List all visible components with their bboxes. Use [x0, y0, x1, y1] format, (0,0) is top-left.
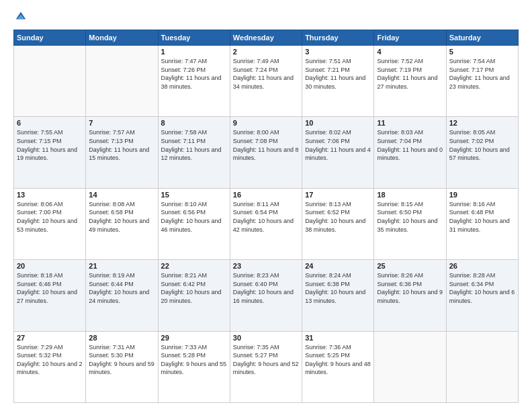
day-info: Sunrise: 8:02 AMSunset: 7:06 PMDaylight:… — [305, 128, 371, 162]
day-info: Sunrise: 8:00 AMSunset: 7:08 PMDaylight:… — [233, 128, 299, 162]
calendar-cell: 6Sunrise: 7:55 AMSunset: 7:15 PMDaylight… — [14, 117, 86, 188]
day-number: 7 — [89, 119, 154, 127]
calendar-cell: 31Sunrise: 7:36 AMSunset: 5:25 PMDayligh… — [302, 331, 374, 402]
logo-icon — [15, 11, 27, 23]
day-number: 3 — [305, 48, 371, 56]
day-info: Sunrise: 7:54 AMSunset: 7:17 PMDaylight:… — [449, 57, 515, 91]
calendar-cell: 7Sunrise: 7:57 AMSunset: 7:13 PMDaylight… — [86, 117, 158, 188]
calendar-cell: 30Sunrise: 7:35 AMSunset: 5:27 PMDayligh… — [230, 331, 302, 402]
day-info: Sunrise: 8:23 AMSunset: 6:40 PMDaylight:… — [233, 271, 299, 305]
weekday-header-thursday: Thursday — [302, 30, 374, 46]
day-number: 5 — [449, 48, 515, 56]
day-number: 29 — [161, 334, 227, 342]
calendar-cell — [446, 331, 518, 402]
day-number: 22 — [161, 262, 227, 270]
day-number: 30 — [233, 334, 299, 342]
day-number: 16 — [233, 191, 299, 199]
day-info: Sunrise: 7:47 AMSunset: 7:26 PMDaylight:… — [161, 57, 227, 91]
calendar-cell: 9Sunrise: 8:00 AMSunset: 7:08 PMDaylight… — [230, 117, 302, 188]
day-info: Sunrise: 7:31 AMSunset: 5:30 PMDaylight:… — [89, 343, 154, 377]
calendar-cell: 15Sunrise: 8:10 AMSunset: 6:56 PMDayligh… — [158, 188, 230, 259]
day-number: 14 — [89, 191, 154, 199]
calendar-week-2: 6Sunrise: 7:55 AMSunset: 7:15 PMDaylight… — [14, 117, 519, 188]
day-number: 4 — [377, 48, 443, 56]
logo — [13, 11, 27, 23]
day-info: Sunrise: 8:05 AMSunset: 7:02 PMDaylight:… — [449, 128, 515, 162]
calendar-cell: 22Sunrise: 8:21 AMSunset: 6:42 PMDayligh… — [158, 260, 230, 331]
day-info: Sunrise: 8:08 AMSunset: 6:58 PMDaylight:… — [89, 200, 154, 234]
day-info: Sunrise: 8:10 AMSunset: 6:56 PMDaylight:… — [161, 200, 227, 234]
calendar-cell: 4Sunrise: 7:52 AMSunset: 7:19 PMDaylight… — [374, 46, 446, 117]
calendar-cell: 24Sunrise: 8:24 AMSunset: 6:38 PMDayligh… — [302, 260, 374, 331]
calendar-cell: 25Sunrise: 8:26 AMSunset: 6:36 PMDayligh… — [374, 260, 446, 331]
day-number: 28 — [89, 334, 154, 342]
calendar-cell: 21Sunrise: 8:19 AMSunset: 6:44 PMDayligh… — [86, 260, 158, 331]
weekday-header-sunday: Sunday — [14, 30, 86, 46]
calendar-cell — [374, 331, 446, 402]
day-info: Sunrise: 8:06 AMSunset: 7:00 PMDaylight:… — [17, 200, 83, 234]
day-info: Sunrise: 7:29 AMSunset: 5:32 PMDaylight:… — [17, 343, 83, 377]
calendar-cell: 20Sunrise: 8:18 AMSunset: 6:46 PMDayligh… — [14, 260, 86, 331]
day-number: 2 — [233, 48, 299, 56]
day-number: 11 — [377, 119, 443, 127]
calendar-cell: 19Sunrise: 8:16 AMSunset: 6:48 PMDayligh… — [446, 188, 518, 259]
calendar-week-4: 20Sunrise: 8:18 AMSunset: 6:46 PMDayligh… — [14, 260, 519, 331]
weekday-header-friday: Friday — [374, 30, 446, 46]
day-info: Sunrise: 7:58 AMSunset: 7:11 PMDaylight:… — [161, 128, 227, 162]
calendar-week-1: 1Sunrise: 7:47 AMSunset: 7:26 PMDaylight… — [14, 46, 519, 117]
header — [13, 11, 519, 23]
calendar-cell: 28Sunrise: 7:31 AMSunset: 5:30 PMDayligh… — [86, 331, 158, 402]
day-info: Sunrise: 8:15 AMSunset: 6:50 PMDaylight:… — [377, 200, 443, 234]
day-info: Sunrise: 7:55 AMSunset: 7:15 PMDaylight:… — [17, 128, 83, 162]
calendar-cell: 13Sunrise: 8:06 AMSunset: 7:00 PMDayligh… — [14, 188, 86, 259]
calendar-cell: 2Sunrise: 7:49 AMSunset: 7:24 PMDaylight… — [230, 46, 302, 117]
day-number: 17 — [305, 191, 371, 199]
weekday-header-row: SundayMondayTuesdayWednesdayThursdayFrid… — [14, 30, 519, 46]
calendar-cell: 8Sunrise: 7:58 AMSunset: 7:11 PMDaylight… — [158, 117, 230, 188]
calendar-cell: 23Sunrise: 8:23 AMSunset: 6:40 PMDayligh… — [230, 260, 302, 331]
day-info: Sunrise: 8:18 AMSunset: 6:46 PMDaylight:… — [17, 271, 83, 305]
day-number: 13 — [17, 191, 83, 199]
calendar-cell: 16Sunrise: 8:11 AMSunset: 6:54 PMDayligh… — [230, 188, 302, 259]
weekday-header-wednesday: Wednesday — [230, 30, 302, 46]
calendar: SundayMondayTuesdayWednesdayThursdayFrid… — [13, 30, 519, 403]
day-info: Sunrise: 7:33 AMSunset: 5:28 PMDaylight:… — [161, 343, 227, 377]
day-number: 27 — [17, 334, 83, 342]
day-number: 12 — [449, 119, 515, 127]
day-info: Sunrise: 7:57 AMSunset: 7:13 PMDaylight:… — [89, 128, 154, 162]
day-number: 10 — [305, 119, 371, 127]
weekday-header-tuesday: Tuesday — [158, 30, 230, 46]
day-info: Sunrise: 8:19 AMSunset: 6:44 PMDaylight:… — [89, 271, 154, 305]
day-number: 31 — [305, 334, 371, 342]
day-number: 20 — [17, 262, 83, 270]
day-number: 9 — [233, 119, 299, 127]
calendar-cell: 1Sunrise: 7:47 AMSunset: 7:26 PMDaylight… — [158, 46, 230, 117]
day-number: 6 — [17, 119, 83, 127]
day-info: Sunrise: 7:36 AMSunset: 5:25 PMDaylight:… — [305, 343, 371, 377]
calendar-cell: 27Sunrise: 7:29 AMSunset: 5:32 PMDayligh… — [14, 331, 86, 402]
day-info: Sunrise: 8:21 AMSunset: 6:42 PMDaylight:… — [161, 271, 227, 305]
calendar-cell: 12Sunrise: 8:05 AMSunset: 7:02 PMDayligh… — [446, 117, 518, 188]
day-number: 19 — [449, 191, 515, 199]
calendar-week-5: 27Sunrise: 7:29 AMSunset: 5:32 PMDayligh… — [14, 331, 519, 402]
day-info: Sunrise: 7:51 AMSunset: 7:21 PMDaylight:… — [305, 57, 371, 91]
day-number: 26 — [449, 262, 515, 270]
day-number: 21 — [89, 262, 154, 270]
day-info: Sunrise: 8:26 AMSunset: 6:36 PMDaylight:… — [377, 271, 443, 305]
calendar-week-3: 13Sunrise: 8:06 AMSunset: 7:00 PMDayligh… — [14, 188, 519, 259]
day-info: Sunrise: 8:03 AMSunset: 7:04 PMDaylight:… — [377, 128, 443, 162]
day-info: Sunrise: 7:52 AMSunset: 7:19 PMDaylight:… — [377, 57, 443, 91]
day-number: 24 — [305, 262, 371, 270]
weekday-header-monday: Monday — [86, 30, 158, 46]
calendar-cell: 14Sunrise: 8:08 AMSunset: 6:58 PMDayligh… — [86, 188, 158, 259]
day-info: Sunrise: 8:13 AMSunset: 6:52 PMDaylight:… — [305, 200, 371, 234]
calendar-cell: 10Sunrise: 8:02 AMSunset: 7:06 PMDayligh… — [302, 117, 374, 188]
calendar-cell: 11Sunrise: 8:03 AMSunset: 7:04 PMDayligh… — [374, 117, 446, 188]
calendar-cell: 18Sunrise: 8:15 AMSunset: 6:50 PMDayligh… — [374, 188, 446, 259]
day-info: Sunrise: 8:24 AMSunset: 6:38 PMDaylight:… — [305, 271, 371, 305]
calendar-cell: 26Sunrise: 8:28 AMSunset: 6:34 PMDayligh… — [446, 260, 518, 331]
page: SundayMondayTuesdayWednesdayThursdayFrid… — [0, 0, 532, 411]
day-number: 23 — [233, 262, 299, 270]
day-info: Sunrise: 8:16 AMSunset: 6:48 PMDaylight:… — [449, 200, 515, 234]
calendar-cell — [14, 46, 86, 117]
